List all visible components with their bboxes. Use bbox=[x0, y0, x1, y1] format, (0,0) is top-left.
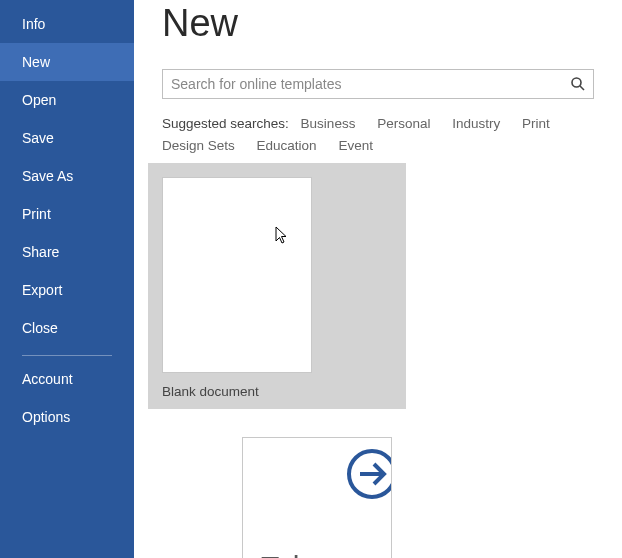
sidebar-item-account[interactable]: Account bbox=[0, 360, 134, 398]
search-button[interactable] bbox=[562, 69, 594, 99]
sidebar-item-save[interactable]: Save bbox=[0, 119, 134, 157]
sidebar-divider bbox=[22, 355, 112, 356]
arrow-right-circle-icon bbox=[344, 446, 392, 502]
template-welcome-tour[interactable]: Take a tour Welcome to Word bbox=[242, 437, 472, 558]
suggested-design-sets[interactable]: Design Sets bbox=[162, 138, 235, 153]
suggested-industry[interactable]: Industry bbox=[452, 116, 500, 131]
sidebar-item-open[interactable]: Open bbox=[0, 81, 134, 119]
template-search bbox=[162, 69, 594, 99]
sidebar-item-options[interactable]: Options bbox=[0, 398, 134, 436]
backstage-sidebar: Info New Open Save Save As Print Share E… bbox=[0, 0, 134, 558]
sidebar-item-print[interactable]: Print bbox=[0, 195, 134, 233]
sidebar-item-save-as[interactable]: Save As bbox=[0, 157, 134, 195]
template-label: Blank document bbox=[162, 384, 259, 399]
search-input[interactable] bbox=[162, 69, 594, 99]
suggested-education[interactable]: Education bbox=[257, 138, 317, 153]
tour-thumb: Take a tour bbox=[242, 437, 392, 558]
new-pane: New Suggested searches: Business Persona… bbox=[134, 0, 622, 558]
tour-heading: Take a tour bbox=[261, 550, 391, 558]
cursor-icon bbox=[275, 226, 291, 246]
template-grid: Blank document Take a tour Welcome to Wo… bbox=[162, 177, 622, 558]
suggested-print[interactable]: Print bbox=[522, 116, 550, 131]
search-icon bbox=[570, 76, 586, 92]
suggested-searches: Suggested searches: Business Personal In… bbox=[162, 113, 594, 157]
sidebar-item-export[interactable]: Export bbox=[0, 271, 134, 309]
suggested-label: Suggested searches: bbox=[162, 116, 289, 131]
template-blank-document[interactable]: Blank document bbox=[162, 177, 392, 409]
page-title: New bbox=[162, 2, 622, 45]
blank-thumb bbox=[162, 177, 312, 373]
suggested-business[interactable]: Business bbox=[301, 116, 356, 131]
sidebar-item-new[interactable]: New bbox=[0, 43, 134, 81]
sidebar-item-close[interactable]: Close bbox=[0, 309, 134, 347]
suggested-personal[interactable]: Personal bbox=[377, 116, 430, 131]
sidebar-item-share[interactable]: Share bbox=[0, 233, 134, 271]
sidebar-item-info[interactable]: Info bbox=[0, 5, 134, 43]
svg-line-1 bbox=[580, 86, 584, 90]
svg-point-0 bbox=[572, 78, 581, 87]
suggested-event[interactable]: Event bbox=[338, 138, 373, 153]
